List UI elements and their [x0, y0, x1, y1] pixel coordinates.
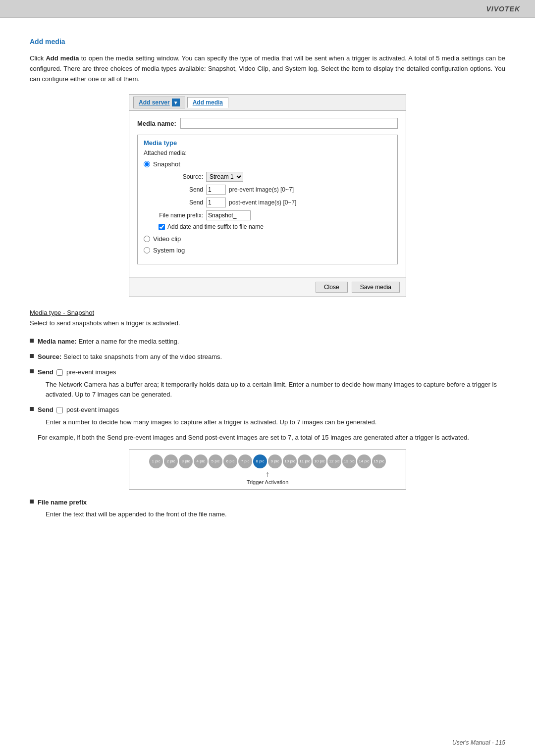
timeline-circle-16: 15 pic: [372, 454, 386, 468]
post-inline-checkbox[interactable]: [56, 407, 63, 413]
timeline-circle-13: 12 pic: [327, 454, 341, 468]
top-bar: VIVOTEK: [0, 0, 535, 18]
trigger-arrow-icon: ↑: [266, 470, 269, 478]
bullet-content-5: File name prefix Enter the text that wil…: [38, 498, 227, 520]
tab-add-server[interactable]: Add server ▼: [133, 97, 185, 108]
tab-arrow-icon[interactable]: ▼: [172, 99, 180, 106]
timeline-circle-10: 10 pic: [283, 454, 297, 468]
dialog-footer: Close Save media: [129, 277, 406, 297]
bullets-section: Media name: Enter a name for the media s…: [30, 337, 505, 520]
bullet-label-2: Source:: [38, 353, 61, 360]
dialog-tabs: Add server ▼ Add media: [129, 95, 406, 111]
media-name-label: Media name:: [137, 120, 176, 127]
timeline-circle-1: 1 pic: [149, 454, 163, 468]
timeline-circle-3: 3 pic: [179, 454, 193, 468]
video-clip-radio-row: Video clip: [144, 235, 391, 243]
snapshot-options: Source: Stream 1 Send pre-event image(s)…: [159, 172, 391, 230]
dialog-box: Add server ▼ Add media Media name: Media…: [129, 94, 406, 297]
snapshot-radio[interactable]: [144, 161, 150, 167]
send-pre-row: Send pre-event image(s) [0~7]: [159, 185, 391, 195]
bullet-label-5: File name prefix: [38, 499, 87, 506]
bullet-text-2: Select to take snapshots from any of the…: [63, 353, 222, 360]
intro-bold: Add media: [46, 54, 79, 62]
bullet-indent-3: The Network Camera has a buffer area; it…: [46, 380, 505, 401]
timeline-circle-7: 7 pic: [238, 454, 252, 468]
timeline-circle-5: 5 pic: [209, 454, 222, 468]
timeline-diagram: 1 pic2 pic3 pic4 pic5 pic6 pic7 pic8 pic…: [129, 449, 406, 490]
timeline-circles: 1 pic2 pic3 pic4 pic5 pic6 pic7 pic8 pic…: [134, 454, 401, 468]
brand-logo: VIVOTEK: [486, 5, 520, 13]
system-log-radio-row: System log: [144, 247, 391, 254]
bullet-media-name: Media name: Enter a name for the media s…: [30, 337, 505, 347]
media-type-title: Media type - Snapshot: [30, 309, 505, 316]
pre-event-note: pre-event image(s) [0~7]: [229, 186, 294, 193]
source-row: Source: Stream 1: [159, 172, 391, 182]
bullet-icon-4: [30, 407, 34, 411]
bullet-content-1: Media name: Enter a name for the media s…: [38, 337, 179, 347]
timeline-circle-14: 13 pic: [342, 454, 356, 468]
dialog-body: Media name: Media type Attached media: S…: [129, 111, 406, 277]
bullet-label-4: Send: [38, 406, 54, 413]
system-log-label: System log: [153, 247, 185, 254]
send-post-label: Send: [159, 199, 203, 206]
main-content: Add media Click Add media to open the me…: [0, 18, 535, 554]
datetime-label: Add date and time suffix to file name: [167, 223, 264, 230]
bullet-content-2: Source: Select to take snapshots from an…: [38, 352, 222, 362]
timeline-circle-15: 14 pic: [357, 454, 371, 468]
trigger-row: ↑ Trigger Activation: [134, 470, 401, 485]
send-post-row: Send post-event image(s) [0~7]: [159, 198, 391, 207]
media-type-group: Media type Attached media: Snapshot Sour…: [137, 135, 398, 264]
bullet-indent-4: Enter a number to decide how many images…: [46, 417, 376, 428]
example-paragraph: For example, if both the Send pre-event …: [38, 433, 505, 443]
bullet-content-3: Send pre-event images The Network Camera…: [38, 367, 505, 400]
footer-page-note: User's Manual - 115: [452, 739, 505, 746]
pre-inline-checkbox[interactable]: [56, 369, 63, 376]
system-log-radio[interactable]: [144, 247, 150, 253]
source-label: Source:: [159, 173, 203, 180]
bullet-source: Source: Select to take snapshots from an…: [30, 352, 505, 362]
send-pre-label: Send: [159, 186, 203, 193]
bullet-icon-3: [30, 369, 34, 373]
section-title: Add media: [30, 38, 505, 46]
bullet-text-3: pre-event images: [66, 368, 116, 376]
media-type-legend: Media type: [144, 139, 391, 147]
timeline-circle-6: 6 pic: [223, 454, 237, 468]
prefix-input[interactable]: [206, 210, 251, 220]
snapshot-label: Snapshot: [153, 160, 180, 168]
video-clip-label: Video clip: [153, 235, 181, 243]
send-post-input[interactable]: [206, 198, 226, 207]
video-clip-radio[interactable]: [144, 236, 150, 242]
tab-add-media[interactable]: Add media: [187, 97, 228, 108]
close-button[interactable]: Close: [316, 282, 348, 293]
bullet-indent-5: Enter the text that will be appended to …: [46, 509, 227, 520]
media-name-row: Media name:: [137, 118, 398, 129]
timeline-circle-12: 10 pic: [313, 454, 326, 468]
timeline-circle-11: 11 pic: [298, 454, 312, 468]
timeline-circle-2: 2 pic: [164, 454, 178, 468]
bullet-text-1: Enter a name for the media setting.: [78, 338, 179, 345]
timeline-circle-4: 4 pic: [194, 454, 208, 468]
desc-section: Media type - Snapshot Select to send sna…: [30, 309, 505, 520]
prefix-label: File name prefix:: [159, 212, 203, 219]
stream-select[interactable]: Stream 1: [206, 172, 243, 182]
timeline-circle-8: 8 pic: [253, 454, 267, 468]
datetime-checkbox[interactable]: [159, 224, 165, 230]
media-type-desc: Select to send snapshots when a trigger …: [30, 318, 505, 329]
bullet-label-1: Media name:: [38, 338, 77, 345]
prefix-row: File name prefix:: [159, 210, 391, 220]
attached-label: Attached media:: [144, 150, 391, 156]
datetime-checkbox-row: Add date and time suffix to file name: [159, 223, 391, 230]
send-pre-input[interactable]: [206, 185, 226, 195]
bullet-icon-5: [30, 500, 34, 504]
save-media-button[interactable]: Save media: [352, 282, 400, 293]
timeline-circle-9: 9 pic: [268, 454, 282, 468]
bullet-send-pre: Send pre-event images The Network Camera…: [30, 367, 505, 400]
bullet-icon-1: [30, 339, 34, 343]
media-name-input[interactable]: [180, 118, 398, 129]
bullet-text-4: post-event images: [66, 406, 119, 413]
bullet-send-post: Send post-event images Enter a number to…: [30, 405, 505, 428]
page: VIVOTEK Add media Click Add media to ope…: [0, 0, 535, 756]
bullet-icon-2: [30, 354, 34, 358]
bullet-content-4: Send post-event images Enter a number to…: [38, 405, 376, 428]
intro-paragraph: Click Add media to open the media settin…: [30, 53, 505, 84]
